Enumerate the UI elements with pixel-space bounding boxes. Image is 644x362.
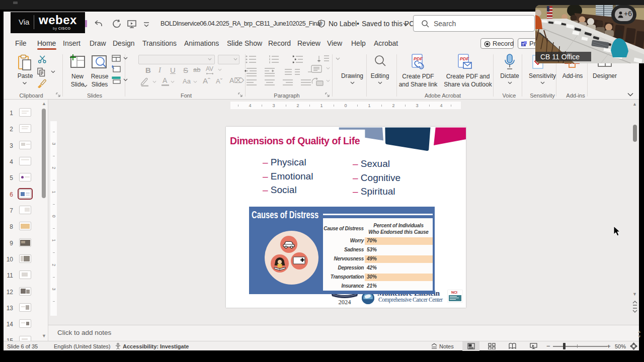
svg-text:?: ? — [320, 21, 323, 26]
svg-text:T: T — [522, 43, 525, 46]
svg-text:PDF: PDF — [460, 56, 469, 61]
svg-text:PDF: PDF — [414, 56, 423, 61]
